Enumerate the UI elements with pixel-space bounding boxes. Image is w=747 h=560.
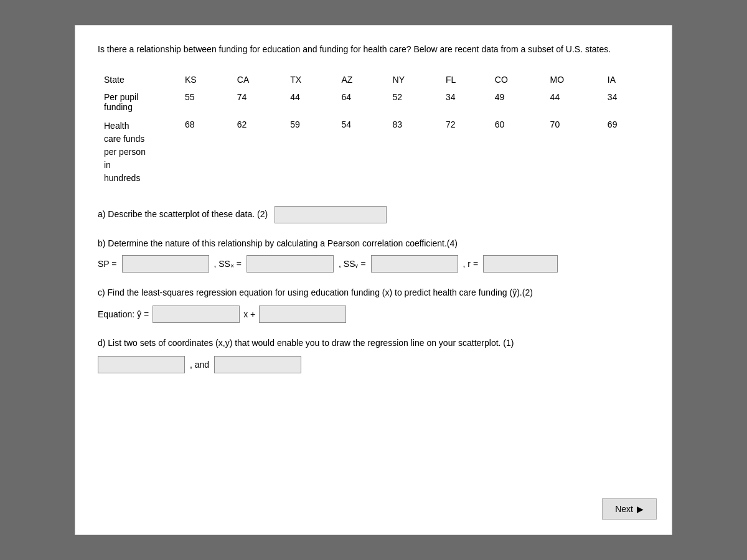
pupil-co: 49 (489, 88, 544, 116)
state-mo: MO (544, 71, 601, 88)
health-label: Health care funds per person in hundreds (98, 116, 179, 189)
pupil-ia: 34 (601, 88, 649, 116)
sp-row: SP = , SSₓ = , SSᵧ = , r = (98, 255, 649, 273)
eq-slope-input[interactable] (153, 306, 240, 323)
state-label: State (98, 71, 179, 88)
health-tx: 59 (284, 116, 335, 189)
state-fl: FL (439, 71, 489, 88)
health-ks: 68 (179, 116, 231, 189)
state-ks: KS (179, 71, 231, 88)
health-ca: 62 (231, 116, 284, 189)
health-ia: 69 (601, 116, 649, 189)
pupil-ny: 52 (387, 88, 439, 116)
r-input[interactable] (483, 255, 558, 273)
pupil-row: Per pupil funding 55 74 44 64 52 34 49 4… (98, 88, 649, 116)
coord-row: , and (98, 356, 649, 373)
r-label: , r = (463, 259, 479, 269)
pupil-ks: 55 (179, 88, 231, 116)
equation-row: Equation: ŷ = x + (98, 306, 649, 323)
main-card: Is there a relationship between funding … (75, 25, 672, 535)
question-b-label: b) Determine the nature of this relation… (98, 237, 649, 250)
question-d-label: d) List two sets of coordinates (x,y) th… (98, 337, 649, 350)
health-fl: 72 (439, 116, 489, 189)
next-arrow-icon: ▶ (637, 504, 644, 514)
pupil-fl: 34 (439, 88, 489, 116)
state-ia: IA (601, 71, 649, 88)
question-c: c) Find the least-squares regression equ… (98, 286, 649, 323)
eq-label: Equation: ŷ = (98, 309, 149, 319)
ssx-input[interactable] (247, 255, 334, 273)
question-a: a) Describe the scatterplot of these dat… (98, 206, 649, 223)
pupil-tx: 44 (284, 88, 335, 116)
ssx-label: , SSₓ = (214, 259, 242, 269)
state-tx: TX (284, 71, 335, 88)
eq-intercept-input[interactable] (259, 306, 346, 323)
health-co: 60 (489, 116, 544, 189)
data-table: State KS CA TX AZ NY FL CO MO IA Per pup… (98, 71, 649, 189)
question-a-label: a) Describe the scatterplot of these dat… (98, 209, 268, 219)
pupil-az: 64 (335, 88, 386, 116)
health-mo: 70 (544, 116, 601, 189)
state-ny: NY (387, 71, 439, 88)
ssy-label: , SSᵧ = (339, 259, 366, 269)
state-co: CO (489, 71, 544, 88)
health-ny: 83 (387, 116, 439, 189)
state-az: AZ (335, 71, 386, 88)
pupil-label: Per pupil funding (98, 88, 179, 116)
pupil-ca: 74 (231, 88, 284, 116)
and-label: , and (190, 360, 209, 370)
x-label: x + (243, 309, 255, 319)
coord1-input[interactable] (98, 356, 185, 373)
next-label: Next (615, 504, 633, 514)
health-az: 54 (335, 116, 386, 189)
pupil-mo: 44 (544, 88, 601, 116)
question-b: b) Determine the nature of this relation… (98, 237, 649, 273)
next-button[interactable]: Next ▶ (602, 498, 657, 520)
state-row: State KS CA TX AZ NY FL CO MO IA (98, 71, 649, 88)
question-a-input[interactable] (275, 206, 387, 223)
intro-text: Is there a relationship between funding … (98, 43, 649, 56)
health-row: Health care funds per person in hundreds… (98, 116, 649, 189)
state-ca: CA (231, 71, 284, 88)
ssy-input[interactable] (371, 255, 458, 273)
coord2-input[interactable] (214, 356, 301, 373)
question-d: d) List two sets of coordinates (x,y) th… (98, 337, 649, 373)
question-c-label: c) Find the least-squares regression equ… (98, 286, 649, 299)
sp-label: SP = (98, 259, 117, 269)
sp-input[interactable] (122, 255, 209, 273)
